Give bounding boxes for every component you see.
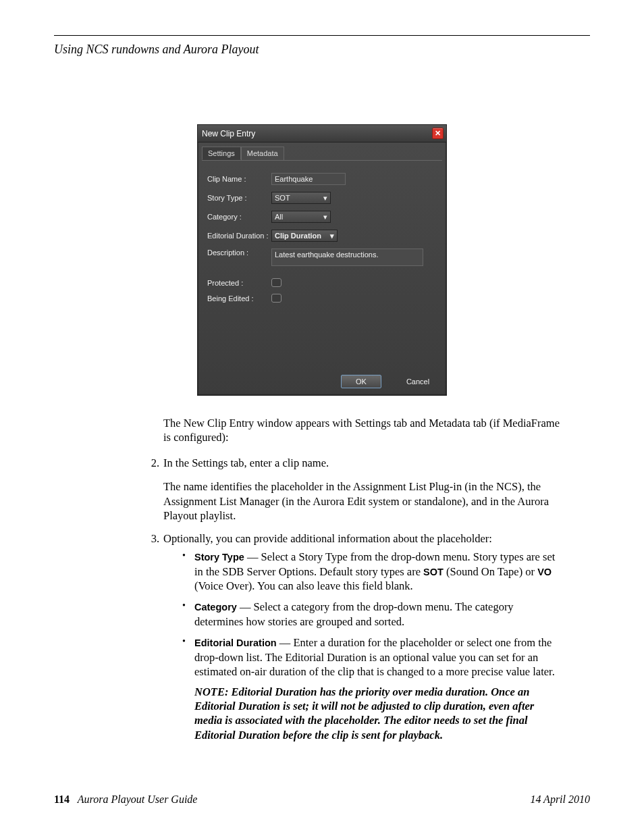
step2-text: In the Settings tab, enter a clip name. bbox=[163, 456, 563, 470]
body-text: The New Clip Entry window appears with S… bbox=[163, 416, 563, 749]
label-story-type: Story Type : bbox=[207, 194, 271, 202]
editorial-duration-value: Clip Duration bbox=[275, 232, 321, 240]
bullet-story-type: Story Type — Select a Story Type from th… bbox=[194, 550, 563, 593]
page-footer: 114 Aurora Playout User Guide 14 April 2… bbox=[54, 793, 590, 806]
footer-date: 14 April 2010 bbox=[530, 793, 590, 806]
label-editorial-duration: Editorial Duration : bbox=[207, 232, 271, 240]
clip-name-input[interactable]: Earthquake bbox=[271, 173, 346, 185]
editorial-duration-select[interactable]: Clip Duration ▾ bbox=[271, 230, 338, 242]
bullet-icon: • bbox=[182, 550, 194, 593]
chevron-down-icon: ▾ bbox=[330, 232, 334, 240]
story-type-text-b: (Sound On Tape) or bbox=[444, 565, 537, 578]
category-text: — Select a category from the drop-down m… bbox=[194, 600, 514, 627]
label-being-edited: Being Edited : bbox=[207, 294, 271, 303]
term-category: Category bbox=[194, 602, 237, 613]
step3-text: Optionally, you can provide additional i… bbox=[163, 531, 563, 546]
close-icon[interactable]: ✕ bbox=[432, 128, 444, 139]
chevron-down-icon: ▾ bbox=[323, 194, 327, 203]
label-protected: Protected : bbox=[207, 279, 271, 287]
dialog-titlebar: New Clip Entry ✕ bbox=[198, 125, 446, 142]
new-clip-entry-dialog: New Clip Entry ✕ Settings Metadata Clip … bbox=[197, 124, 447, 396]
intro-paragraph: The New Clip Entry window appears with S… bbox=[163, 416, 563, 445]
label-clip-name: Clip Name : bbox=[207, 175, 271, 183]
step-number-2: 2. bbox=[147, 456, 163, 523]
term-vo: VO bbox=[537, 567, 552, 577]
category-select[interactable]: All ▾ bbox=[271, 211, 331, 223]
dialog-title: New Clip Entry bbox=[202, 129, 255, 138]
header-rule bbox=[54, 35, 590, 36]
protected-checkbox[interactable] bbox=[271, 278, 281, 287]
cancel-button[interactable]: Cancel bbox=[398, 375, 438, 388]
bullet-editorial: Editorial Duration — Enter a duration fo… bbox=[194, 635, 563, 742]
dialog-footer: OK Cancel bbox=[198, 369, 446, 395]
label-category: Category : bbox=[207, 213, 271, 221]
term-editorial-duration: Editorial Duration bbox=[194, 637, 277, 648]
story-type-value: SOT bbox=[275, 194, 290, 202]
description-input[interactable]: Latest earthquake destructions. bbox=[271, 249, 423, 266]
tab-body: Clip Name : Earthquake Story Type : SOT … bbox=[202, 160, 442, 369]
footer-left: 114 Aurora Playout User Guide bbox=[54, 793, 197, 806]
being-edited-checkbox[interactable] bbox=[271, 294, 281, 303]
ok-button[interactable]: OK bbox=[341, 375, 381, 388]
section-title: Using NCS rundowns and Aurora Playout bbox=[54, 43, 590, 57]
bullet-icon: • bbox=[182, 600, 194, 629]
term-story-type: Story Type bbox=[194, 552, 244, 563]
dialog-tabs: Settings Metadata bbox=[198, 142, 446, 160]
category-value: All bbox=[275, 213, 283, 221]
story-type-select[interactable]: SOT ▾ bbox=[271, 192, 331, 204]
term-sot: SOT bbox=[423, 567, 444, 577]
chevron-down-icon: ▾ bbox=[323, 213, 327, 221]
bullet-category: Category — Select a category from the dr… bbox=[194, 600, 563, 629]
story-type-text-c: (Voice Over). You can also leave this fi… bbox=[194, 579, 413, 592]
guide-title: Aurora Playout User Guide bbox=[78, 793, 198, 805]
note-label: NOTE: bbox=[194, 685, 232, 698]
tab-settings[interactable]: Settings bbox=[202, 147, 241, 160]
bullet-icon: • bbox=[182, 635, 194, 742]
note-block: NOTE: Editorial Duration has the priorit… bbox=[194, 685, 563, 743]
label-description: Description : bbox=[207, 249, 271, 257]
page-number: 114 bbox=[54, 793, 70, 805]
step2-detail: The name identifies the placeholder in t… bbox=[163, 479, 563, 523]
step-number-3: 3. bbox=[147, 531, 163, 750]
note-text: Editorial Duration has the priority over… bbox=[194, 685, 534, 741]
tab-metadata[interactable]: Metadata bbox=[241, 147, 284, 160]
